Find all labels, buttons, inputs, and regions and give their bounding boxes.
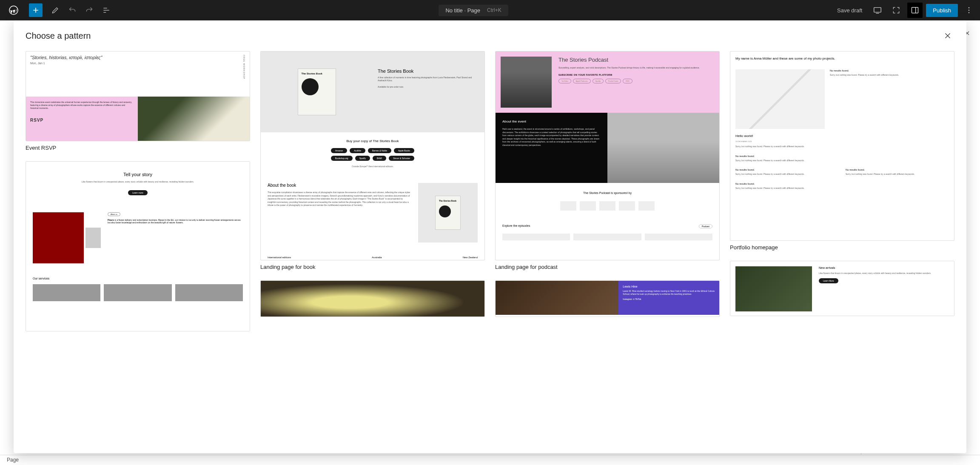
- page-title-text: No title · Page: [445, 7, 480, 14]
- save-draft-button[interactable]: Save draft: [833, 5, 866, 16]
- view-button[interactable]: [870, 3, 885, 18]
- undo-button[interactable]: [65, 3, 80, 18]
- wordpress-logo[interactable]: [3, 0, 24, 20]
- toolbar-right: Save draft Publish: [833, 3, 977, 18]
- redo-button[interactable]: [82, 3, 97, 18]
- toolbar-left: [3, 0, 114, 20]
- document-outline-button[interactable]: [99, 3, 114, 18]
- svg-rect-1: [874, 8, 881, 12]
- page-title-bar[interactable]: No title · Page Ctrl+K: [439, 5, 508, 16]
- shortcut-hint: Ctrl+K: [487, 7, 501, 13]
- svg-point-3: [969, 7, 970, 9]
- edit-mode-button[interactable]: [48, 3, 63, 18]
- svg-rect-2: [912, 7, 918, 13]
- settings-panel-button[interactable]: [907, 3, 923, 18]
- options-button[interactable]: [961, 3, 977, 18]
- editor-top-bar: No title · Page Ctrl+K Save draft Publis…: [0, 0, 980, 20]
- svg-point-5: [969, 12, 970, 14]
- publish-button[interactable]: Publish: [926, 4, 958, 17]
- add-block-button[interactable]: [29, 3, 43, 17]
- svg-point-4: [969, 10, 970, 11]
- fullscreen-button[interactable]: [889, 3, 904, 18]
